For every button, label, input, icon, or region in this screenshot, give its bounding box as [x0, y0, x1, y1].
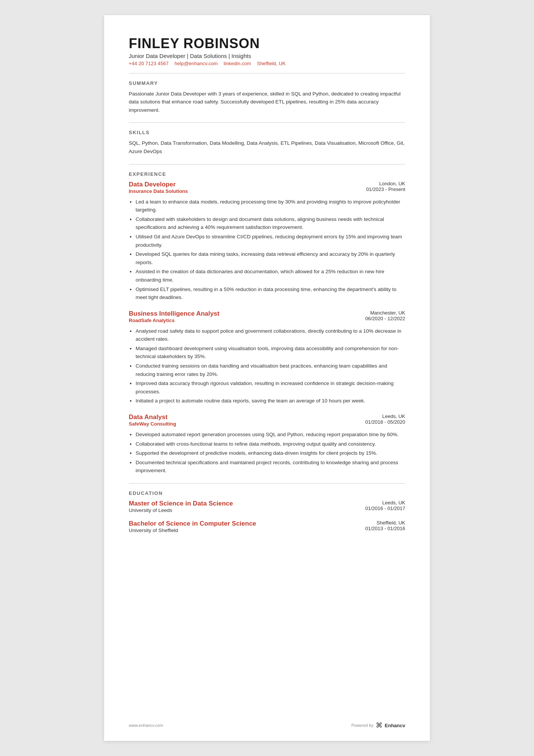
edu-degree-2: Bachelor of Science in Computer Science [129, 520, 256, 527]
edu-right-2: Sheffield, UK 01/2013 - 01/2016 [348, 520, 405, 531]
bullet-item: Initiated a project to automate routine … [136, 397, 405, 405]
bullet-item: Collaborated with cross-functional teams… [136, 440, 405, 448]
location: Sheffield, UK [257, 61, 286, 66]
bullet-item: Managed dashboard development using visu… [136, 344, 405, 361]
exp-bullets-1: Led a team to enhance data models, reduc… [129, 198, 405, 302]
exp-left-1: Data Developer Insurance Data Solutions [129, 181, 348, 196]
edu-location-2: Sheffield, UK [348, 520, 405, 526]
skills-section: SKILLS SQL, Python, Data Transformation,… [129, 130, 405, 155]
edu-right-1: Leeds, UK 01/2016 - 01/2017 [348, 500, 405, 511]
footer-website: www.enhancv.com [129, 723, 163, 728]
edu-date-1: 01/2016 - 01/2017 [348, 506, 405, 511]
bullet-item: Conducted training sessions on data hand… [136, 362, 405, 378]
bullet-item: Assisted in the creation of data diction… [136, 268, 405, 284]
edu-location-1: Leeds, UK [348, 500, 405, 506]
exp-right-1: London, UK 01/2023 - Present [348, 181, 405, 192]
exp-bullets-2: Analysed road safety data to support pol… [129, 327, 405, 405]
header-divider [129, 73, 405, 74]
summary-text: Passionate Junior Data Developer with 3 … [129, 90, 405, 114]
linkedin[interactable]: linkedin.com [224, 61, 251, 66]
skills-divider [129, 164, 405, 164]
exp-job-title-3: Data Analyst [129, 413, 348, 421]
summary-title: SUMMARY [129, 80, 405, 86]
edu-header-2: Bachelor of Science in Computer Science … [129, 520, 405, 533]
exp-location-2: Manchester, UK [348, 310, 405, 316]
edu-left-2: Bachelor of Science in Computer Science … [129, 520, 256, 533]
experience-section: EXPERIENCE Data Developer Insurance Data… [129, 171, 405, 475]
edu-school-2: University of Sheffield [129, 527, 256, 533]
powered-by-label: Powered by [351, 723, 373, 728]
exp-company-2: RoadSafe Analytics [129, 318, 348, 323]
exp-location-1: London, UK [348, 181, 405, 186]
edu-entry-2: Bachelor of Science in Computer Science … [129, 520, 405, 533]
exp-bullets-3: Developed automated report generation pr… [129, 430, 405, 475]
candidate-name: FINLEY ROBINSON [129, 36, 405, 51]
bullet-item: Improved data accuracy through rigorous … [136, 379, 405, 396]
exp-left-3: Data Analyst SafeWay Consulting [129, 413, 348, 429]
exp-job-title-2: Business Intelligence Analyst [129, 310, 348, 318]
bullet-item: Developed automated report generation pr… [136, 430, 405, 439]
bullet-item: Collaborated with stakeholders to design… [136, 215, 405, 232]
edu-entry-1: Master of Science in Data Science Univer… [129, 500, 405, 513]
exp-entry-1: Data Developer Insurance Data Solutions … [129, 181, 405, 302]
bullet-item: Analysed road safety data to support pol… [136, 327, 405, 343]
education-section: EDUCATION Master of Science in Data Scie… [129, 490, 405, 533]
exp-entry-2: Business Intelligence Analyst RoadSafe A… [129, 310, 405, 405]
experience-title: EXPERIENCE [129, 171, 405, 177]
bullet-item: Documented technical specifications and … [136, 459, 405, 475]
bullet-item: Developed SQL queries for data mining ta… [136, 250, 405, 266]
exp-date-2: 06/2020 - 12/2022 [348, 316, 405, 321]
bullet-item: Led a team to enhance data models, reduc… [136, 198, 405, 214]
bullet-item: Utilised Git and Azure DevOps to streaml… [136, 233, 405, 249]
email[interactable]: help@enhancv.com [175, 61, 218, 66]
education-title: EDUCATION [129, 490, 405, 496]
edu-header-1: Master of Science in Data Science Univer… [129, 500, 405, 513]
edu-left-1: Master of Science in Data Science Univer… [129, 500, 233, 513]
summary-section: SUMMARY Passionate Junior Data Developer… [129, 80, 405, 114]
exp-header-1: Data Developer Insurance Data Solutions … [129, 181, 405, 196]
page-footer: www.enhancv.com Powered by ⌘ Enhancv [129, 721, 405, 729]
bullet-item: Optimised ELT pipelines, resulting in a … [136, 285, 405, 302]
enhancv-brand-name: Enhancv [385, 723, 405, 728]
candidate-title: Junior Data Developer | Data Solutions |… [129, 53, 405, 59]
exp-left-2: Business Intelligence Analyst RoadSafe A… [129, 310, 348, 326]
exp-job-title-1: Data Developer [129, 181, 348, 188]
exp-entry-3: Data Analyst SafeWay Consulting Leeds, U… [129, 413, 405, 475]
bullet-item: Supported the development of predictive … [136, 449, 405, 457]
edu-school-1: University of Leeds [129, 507, 233, 513]
exp-right-2: Manchester, UK 06/2020 - 12/2022 [348, 310, 405, 321]
exp-header-2: Business Intelligence Analyst RoadSafe A… [129, 310, 405, 326]
skills-title: SKILLS [129, 130, 405, 135]
exp-company-3: SafeWay Consulting [129, 421, 348, 427]
exp-date-1: 01/2023 - Present [348, 186, 405, 192]
phone: +44 20 7123 4567 [129, 61, 169, 66]
skills-text: SQL, Python, Data Transformation, Data M… [129, 139, 405, 155]
enhancv-logo-icon: ⌘ [376, 721, 383, 729]
exp-right-3: Leeds, UK 01/2018 - 05/2020 [348, 413, 405, 425]
edu-degree-1: Master of Science in Data Science [129, 500, 233, 507]
edu-date-2: 01/2013 - 01/2016 [348, 526, 405, 531]
contact-info: +44 20 7123 4567 help@enhancv.com linked… [129, 61, 405, 66]
exp-location-3: Leeds, UK [348, 413, 405, 419]
experience-divider [129, 483, 405, 484]
exp-company-1: Insurance Data Solutions [129, 188, 348, 194]
resume-page: FINLEY ROBINSON Junior Data Developer | … [104, 15, 430, 741]
header: FINLEY ROBINSON Junior Data Developer | … [129, 36, 405, 66]
summary-divider [129, 122, 405, 123]
footer-branding: Powered by ⌘ Enhancv [351, 721, 405, 729]
exp-header-3: Data Analyst SafeWay Consulting Leeds, U… [129, 413, 405, 429]
exp-date-3: 01/2018 - 05/2020 [348, 419, 405, 425]
